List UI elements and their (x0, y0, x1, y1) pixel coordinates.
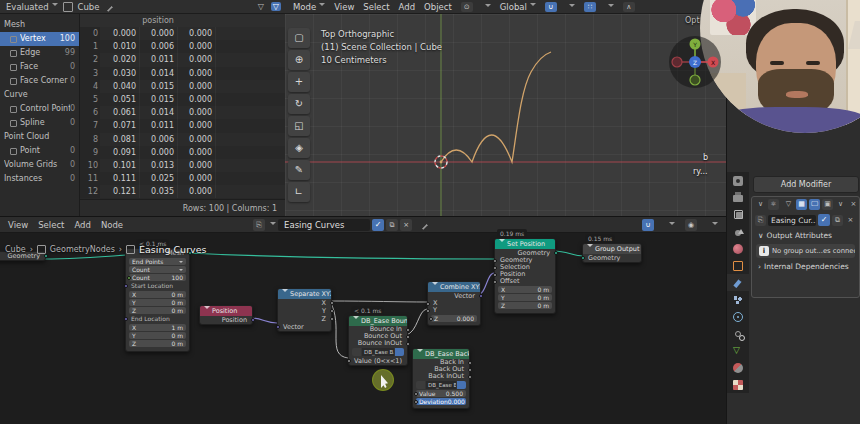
geometry-output-socket[interactable] (554, 251, 558, 255)
count-mode-dropdown[interactable]: Count (129, 266, 186, 273)
viewport-tool-button[interactable]: ⊕ (288, 50, 310, 70)
pin-icon[interactable] (102, 1, 113, 12)
properties-tab[interactable] (727, 308, 749, 325)
start-location-socket[interactable] (124, 284, 128, 288)
properties-tab[interactable] (727, 325, 749, 342)
column-header[interactable]: position (80, 14, 285, 28)
properties-tab[interactable] (727, 189, 749, 206)
internal-dependencies-section[interactable]: › Internal Dependencies (752, 259, 859, 274)
properties-tab[interactable] (727, 342, 749, 359)
vector-field-row[interactable]: Y0 m (129, 332, 186, 339)
separate-xyz-node[interactable]: Separate XYZ XYZ Vector (277, 288, 332, 332)
geometry-node-editor[interactable]: ViewSelectAddNode ⎘ Easing Curves ✓ ⧉ × … (0, 216, 726, 424)
falloff-icon[interactable]: ∧ (623, 2, 635, 12)
library-icon[interactable] (457, 381, 466, 389)
sidebar-row[interactable]: Instances 0 (0, 172, 79, 186)
deviation-input-socket[interactable] (414, 400, 418, 404)
viewport-tool-button[interactable]: ◈ (288, 138, 310, 158)
position-output-socket[interactable] (251, 318, 255, 322)
table-row[interactable]: 2 0.020 0.011 0.000 (80, 53, 285, 66)
sidebar-row[interactable]: Volume Grids 0 (0, 158, 79, 172)
output-socket[interactable] (406, 328, 410, 332)
table-row[interactable]: 1 0.010 0.006 0.000 (80, 40, 285, 53)
input-socket[interactable] (426, 309, 430, 313)
breadcrumb-object[interactable]: Cube (5, 245, 26, 254)
output-socket[interactable] (330, 301, 334, 305)
output-socket[interactable] (406, 335, 410, 339)
output-socket[interactable] (468, 361, 472, 365)
fake-user-shield-icon[interactable]: ✓ (818, 214, 830, 226)
sidebar-row[interactable]: Spline 0 (0, 116, 79, 130)
table-row[interactable]: 3 0.030 0.014 0.000 (80, 67, 285, 80)
vector-field-row[interactable]: Z0 m (129, 307, 186, 314)
vector-field-row[interactable]: X1 m (129, 324, 186, 331)
viewport-menu-item[interactable]: Select (363, 2, 389, 12)
combine-xyz-header[interactable]: Combine XYZ (428, 282, 480, 292)
nodegroup-datablock[interactable]: DB_Ease B... (416, 381, 466, 389)
properties-tab[interactable] (727, 206, 749, 223)
sidebar-row[interactable]: Mesh (0, 18, 79, 32)
filter-active-icon[interactable]: ▽ (271, 2, 281, 11)
properties-tab[interactable] (727, 291, 749, 308)
sidebar-row[interactable]: Edge 99 (0, 46, 79, 60)
gizmo-y-neg-axis[interactable] (690, 75, 700, 85)
input-socket[interactable] (493, 273, 497, 277)
pivot-point-icon[interactable]: ⊙ (461, 2, 473, 12)
snap-toggle-icon[interactable]: ∪ (545, 2, 557, 12)
mesh-line-node[interactable]: < 0.1 ms Mesh End Points Count Count100 … (125, 248, 190, 352)
vector-input-socket[interactable] (276, 325, 280, 329)
output-socket[interactable] (468, 368, 472, 372)
options-label-partial[interactable]: Opt (685, 16, 700, 25)
vector-field-row[interactable]: Z0 m (129, 340, 186, 347)
copy-icon[interactable]: ⧉ (832, 215, 843, 226)
table-row[interactable]: 10 0.101 0.013 0.000 (80, 159, 285, 172)
library-icon[interactable] (395, 348, 404, 356)
endpoints-dropdown[interactable]: End Points (129, 258, 186, 265)
value-field[interactable]: Value (0<x0.500 (416, 390, 466, 397)
navigation-gizmo[interactable]: Y X Z (669, 34, 721, 90)
set-position-node[interactable]: 0.19 ms Set Position Geometry GeometrySe… (494, 238, 556, 314)
group-output-header[interactable]: Group Output (583, 244, 641, 254)
separate-xyz-header[interactable]: Separate XYZ (278, 289, 331, 299)
viewport-canvas[interactable]: ▢⊕+↻◱◈✎∟ Top Orthographic (11) Scene Col… (285, 14, 726, 216)
add-modifier-button[interactable]: Add Modifier (753, 176, 859, 193)
table-row[interactable]: 0 0.000 0.000 0.000 (80, 27, 285, 40)
breadcrumb-tree[interactable]: GeometryNodes (50, 245, 115, 254)
output-socket[interactable] (330, 309, 334, 313)
properties-tab[interactable] (727, 240, 749, 257)
nodegroup-datablock[interactable]: DB_Ease B... (352, 348, 404, 356)
combine-xyz-node[interactable]: Combine XYZ Vector XY Z0.000 (427, 281, 481, 326)
vector-field-row[interactable]: Y0 m (129, 299, 186, 306)
viewport-tool-button[interactable]: + (288, 72, 310, 92)
viewport-menu-item[interactable]: Add (399, 2, 415, 12)
properties-tab[interactable] (727, 223, 749, 240)
offset-field-row[interactable]: Y0 m (498, 294, 552, 301)
count-input-socket[interactable] (127, 276, 131, 280)
gizmo-x-neg-axis[interactable] (672, 57, 682, 67)
set-position-header[interactable]: Set Position (495, 239, 555, 249)
ease-back-node[interactable]: DB_Ease Back Back InBack OutBack InOut D… (412, 348, 470, 409)
browse-icon[interactable] (352, 348, 361, 356)
display-funnel-icon[interactable]: ▽ (783, 199, 794, 210)
table-row[interactable]: 4 0.040 0.015 0.000 (80, 80, 285, 93)
vector-output-socket[interactable] (479, 294, 483, 298)
output-socket[interactable] (330, 317, 334, 321)
browse-icon[interactable] (416, 381, 425, 389)
table-row[interactable]: 11 0.111 0.025 0.000 (80, 172, 285, 185)
extras-chevron-icon[interactable]: ∨ (835, 199, 846, 210)
viewport-tool-button[interactable]: ▢ (288, 28, 310, 48)
group-output-node[interactable]: 0.15 ms Group Output Geometry (582, 243, 642, 263)
table-row[interactable]: 5 0.051 0.015 0.000 (80, 93, 285, 106)
value-input-socket[interactable] (414, 392, 418, 396)
sidebar-row[interactable]: Control Point 0 (0, 102, 79, 116)
position-node[interactable]: Position Position (199, 305, 253, 325)
z-input-socket[interactable] (429, 317, 433, 321)
dataset-selector[interactable]: Evaluated (6, 2, 58, 12)
unlink-icon[interactable]: × (845, 215, 856, 226)
sidebar-row[interactable]: Point Cloud (0, 130, 79, 144)
geometry-input-socket[interactable] (581, 256, 585, 260)
ease-bounce-node[interactable]: < 0.1 ms DB_Ease Bounce Bounce InBounce … (348, 315, 408, 366)
properties-tab[interactable] (727, 359, 749, 376)
filter-icon[interactable]: ▽ (256, 2, 266, 11)
expand-chevron-icon[interactable]: ∨ (755, 199, 766, 210)
